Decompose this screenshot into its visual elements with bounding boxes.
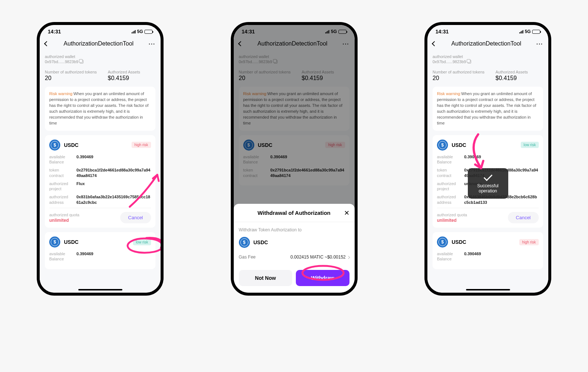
risk-badge-low: low risk (133, 239, 151, 245)
quota-value: unlimited (49, 218, 79, 223)
toast-text: Successful operation (471, 183, 505, 194)
token-symbol: USDC (64, 239, 79, 245)
usdc-icon: $ (437, 140, 448, 151)
project-value: Flux (76, 181, 151, 186)
token-symbol: USDC (64, 142, 79, 148)
check-icon (483, 172, 492, 181)
balance-value: 0.390469 (464, 154, 539, 159)
battery-icon (144, 30, 153, 34)
gas-label: Gas Fee (239, 254, 256, 260)
balance-label: available Balance (437, 251, 459, 262)
risk-warning-label: Risk warning: (49, 91, 74, 96)
wallet-address: 0x97bd......9823b9 (433, 59, 466, 64)
phone-2: 14:31 5G AuthorizationDetectionTool ··· … (231, 22, 358, 296)
token-symbol: USDC (452, 239, 466, 245)
phone-3: 14:31 5G AuthorizationDetectionTool ··· … (424, 22, 551, 296)
copy-icon[interactable] (80, 60, 83, 64)
balance-label: available Balance (49, 251, 71, 262)
token-count: 20 (45, 75, 97, 82)
network-label: 5G (525, 29, 531, 34)
assets-value: $0.4159 (495, 75, 528, 82)
usdc-icon: $ (49, 236, 60, 248)
gas-value: 0.002415 MATIC ~$0.00152 (290, 254, 345, 260)
balance-value: 0.390469 (464, 251, 539, 256)
risk-warning-card: Risk warning:When you grant an unlimited… (433, 87, 543, 131)
more-icon[interactable]: ··· (148, 41, 155, 47)
balance-value: 0.390469 (76, 251, 151, 256)
signal-icon (132, 30, 136, 33)
back-icon[interactable] (44, 41, 49, 46)
token-symbol: USDC (452, 142, 466, 148)
risk-badge-low: low risk (521, 142, 539, 148)
status-time: 14:31 (435, 29, 449, 35)
assets-value: $0.4159 (108, 75, 140, 82)
close-icon[interactable]: ✕ (344, 209, 349, 217)
battery-icon (532, 30, 540, 34)
sheet-title: Withdrawal of Authorization (258, 210, 330, 216)
gas-fee-row[interactable]: Gas Fee 0.002415 MATIC ~$0.00152 (239, 254, 349, 260)
wallet-label: authorized wallet (45, 54, 155, 59)
wallet-address: 0x97bd......9823b9 (45, 59, 78, 64)
token-count-label: Number of authorized tokens (45, 70, 97, 74)
withdraw-button[interactable]: Withdraw (296, 270, 349, 286)
contract-value: 0x2791bca1f2de4661ed88a30c99a7a9449aa841… (76, 167, 151, 178)
balance-label: available Balance (49, 154, 71, 165)
wallet-label: authorized wallet (433, 54, 543, 59)
withdrawal-sheet: Withdrawal of Authorization ✕ Withdraw T… (234, 204, 355, 293)
copy-icon[interactable] (467, 60, 471, 64)
token-count: 20 (433, 75, 484, 82)
token-card: $ USDC high risk available Balance0.3904… (433, 232, 543, 269)
success-toast: Successful operation (468, 168, 508, 199)
page-title: AuthorizationDetectionTool (440, 40, 533, 47)
usdc-icon: $ (437, 236, 448, 248)
risk-warning-label: Risk warning: (437, 91, 461, 96)
token-card: $ USDC high risk available Balance0.3904… (45, 135, 155, 228)
risk-badge-high: high risk (519, 239, 539, 245)
sheet-token: USDC (254, 239, 268, 245)
quota-label: authorized quota (437, 212, 467, 217)
cancel-button[interactable]: Cancel (120, 212, 151, 223)
not-now-button[interactable]: Not Now (239, 270, 293, 286)
project-label: authorized project (49, 181, 71, 192)
risk-warning-text: When you grant an unlimited amount of pe… (49, 91, 148, 125)
usdc-icon: $ (239, 237, 250, 248)
back-icon[interactable] (432, 41, 437, 46)
assets-label: Authorized Assets (495, 70, 528, 74)
network-label: 5G (137, 29, 143, 34)
page-title: AuthorizationDetectionTool (52, 40, 145, 47)
quota-value: unlimited (437, 218, 467, 223)
contract-label: token contract (49, 167, 71, 178)
status-bar: 14:31 5G (427, 25, 548, 38)
contract-label: token contract (437, 167, 459, 178)
balance-label: available Balance (437, 154, 459, 165)
project-label: authorized project (437, 181, 459, 192)
token-count-label: Number of authorized tokens (433, 70, 484, 74)
address-value: 0x831b0afaa3b22e1435169c7585ccc1861a2c9c… (76, 194, 151, 205)
more-icon[interactable]: ··· (536, 41, 543, 47)
usdc-icon: $ (49, 140, 60, 151)
home-indicator (466, 289, 510, 290)
address-label: authorized address (49, 194, 71, 205)
risk-badge-high: high risk (132, 142, 151, 148)
status-bar: 14:31 5G (40, 25, 161, 38)
sheet-subtitle: Withdraw Token Authorization to (239, 227, 349, 232)
quota-label: authorized quota (49, 212, 79, 217)
status-time: 14:31 (48, 29, 61, 35)
balance-value: 0.390469 (76, 154, 151, 159)
signal-icon (519, 30, 523, 33)
risk-warning-card: Risk warning:When you grant an unlimited… (45, 87, 155, 131)
chevron-right-icon (347, 256, 349, 259)
nav-bar: AuthorizationDetectionTool ··· (427, 38, 548, 52)
assets-label: Authorized Assets (108, 70, 140, 74)
cancel-button[interactable]: Cancel (508, 212, 539, 223)
risk-warning-text: When you grant an unlimited amount of pe… (437, 91, 536, 125)
nav-bar: AuthorizationDetectionTool ··· (40, 38, 161, 52)
address-label: authorized address (437, 194, 459, 205)
phone-1: 14:31 5G AuthorizationDetectionTool ··· … (37, 22, 164, 296)
home-indicator (78, 289, 122, 290)
token-card: $ USDC low risk available Balance0.39046… (45, 232, 155, 269)
